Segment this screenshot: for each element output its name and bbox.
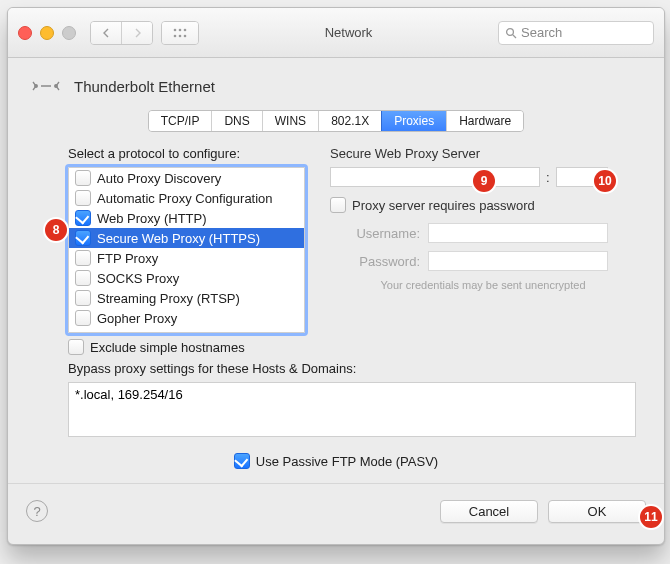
interface-name: Thunderbolt Ethernet bbox=[74, 78, 215, 95]
close-icon[interactable] bbox=[18, 26, 32, 40]
credentials-warning: Your credentials may be sent unencrypted bbox=[330, 279, 636, 291]
checkbox[interactable] bbox=[75, 230, 91, 246]
tab-proxies[interactable]: Proxies bbox=[381, 111, 446, 131]
annotation-badge-9: 9 bbox=[473, 170, 495, 192]
requires-password-checkbox[interactable]: Proxy server requires password bbox=[330, 197, 636, 213]
cancel-button[interactable]: Cancel bbox=[440, 500, 538, 523]
exclude-hostnames-checkbox[interactable]: Exclude simple hostnames bbox=[68, 339, 308, 355]
ethernet-icon bbox=[30, 72, 62, 100]
checkbox[interactable] bbox=[75, 290, 91, 306]
grid-icon bbox=[173, 28, 187, 38]
checkbox[interactable] bbox=[75, 270, 91, 286]
svg-point-0 bbox=[174, 28, 177, 31]
toolbar: Network Search bbox=[8, 8, 664, 58]
tab-tcpip[interactable]: TCP/IP bbox=[149, 111, 212, 131]
password-input bbox=[428, 251, 608, 271]
bypass-textarea[interactable] bbox=[68, 382, 636, 437]
window-title: Network bbox=[207, 25, 490, 40]
username-label: Username: bbox=[330, 226, 420, 241]
tab-hardware[interactable]: Hardware bbox=[446, 111, 523, 131]
protocol-list-label: Select a protocol to configure: bbox=[68, 146, 308, 161]
checkbox[interactable] bbox=[75, 210, 91, 226]
footer: ? Cancel OK bbox=[8, 484, 664, 538]
checkbox[interactable] bbox=[75, 190, 91, 206]
list-item[interactable]: SOCKS Proxy bbox=[69, 268, 304, 288]
svg-point-6 bbox=[507, 28, 514, 35]
checkbox[interactable] bbox=[234, 453, 250, 469]
ok-button[interactable]: OK bbox=[548, 500, 646, 523]
list-item[interactable]: Streaming Proxy (RTSP) bbox=[69, 288, 304, 308]
checkbox[interactable] bbox=[75, 170, 91, 186]
bypass-label: Bypass proxy settings for these Hosts & … bbox=[68, 361, 636, 376]
svg-point-5 bbox=[184, 34, 187, 37]
tab-dns[interactable]: DNS bbox=[211, 111, 261, 131]
proxy-server-label: Secure Web Proxy Server bbox=[330, 146, 636, 161]
username-input bbox=[428, 223, 608, 243]
annotation-badge-10: 10 bbox=[594, 170, 616, 192]
list-item[interactable]: Auto Proxy Discovery bbox=[69, 168, 304, 188]
back-button[interactable] bbox=[91, 22, 121, 44]
protocol-list[interactable]: Auto Proxy Discovery Automatic Proxy Con… bbox=[68, 167, 305, 333]
tab-8021x[interactable]: 802.1X bbox=[318, 111, 381, 131]
list-item[interactable]: FTP Proxy bbox=[69, 248, 304, 268]
zoom-icon bbox=[62, 26, 76, 40]
list-item[interactable]: Secure Web Proxy (HTTPS) bbox=[69, 228, 304, 248]
help-button[interactable]: ? bbox=[26, 500, 48, 522]
host-port-separator: : bbox=[546, 170, 550, 185]
tabs: TCP/IP DNS WINS 802.1X Proxies Hardware bbox=[8, 110, 664, 132]
password-label: Password: bbox=[330, 254, 420, 269]
svg-point-2 bbox=[184, 28, 187, 31]
list-item[interactable]: Gopher Proxy bbox=[69, 308, 304, 328]
list-item[interactable]: Automatic Proxy Configuration bbox=[69, 188, 304, 208]
traffic-lights bbox=[18, 26, 76, 40]
checkbox[interactable] bbox=[330, 197, 346, 213]
svg-point-1 bbox=[179, 28, 182, 31]
forward-button[interactable] bbox=[121, 22, 152, 44]
show-all-button[interactable] bbox=[161, 21, 199, 45]
search-icon bbox=[505, 27, 517, 39]
checkbox[interactable] bbox=[75, 250, 91, 266]
annotation-badge-8: 8 bbox=[45, 219, 67, 241]
checkbox[interactable] bbox=[75, 310, 91, 326]
interface-header: Thunderbolt Ethernet bbox=[8, 58, 664, 104]
minimize-icon[interactable] bbox=[40, 26, 54, 40]
list-item[interactable]: Web Proxy (HTTP) bbox=[69, 208, 304, 228]
search-placeholder: Search bbox=[521, 25, 562, 40]
search-input[interactable]: Search bbox=[498, 21, 654, 45]
checkbox[interactable] bbox=[68, 339, 84, 355]
network-prefs-window: Network Search Thunderbolt Ethernet TCP/… bbox=[7, 7, 665, 545]
proxy-host-input[interactable] bbox=[330, 167, 540, 187]
svg-point-4 bbox=[179, 34, 182, 37]
annotation-badge-11: 11 bbox=[640, 506, 662, 528]
tab-wins[interactable]: WINS bbox=[262, 111, 318, 131]
passive-ftp-checkbox[interactable]: Use Passive FTP Mode (PASV) bbox=[8, 453, 664, 469]
svg-line-7 bbox=[513, 35, 516, 38]
svg-point-3 bbox=[174, 34, 177, 37]
nav-back-forward bbox=[90, 21, 153, 45]
